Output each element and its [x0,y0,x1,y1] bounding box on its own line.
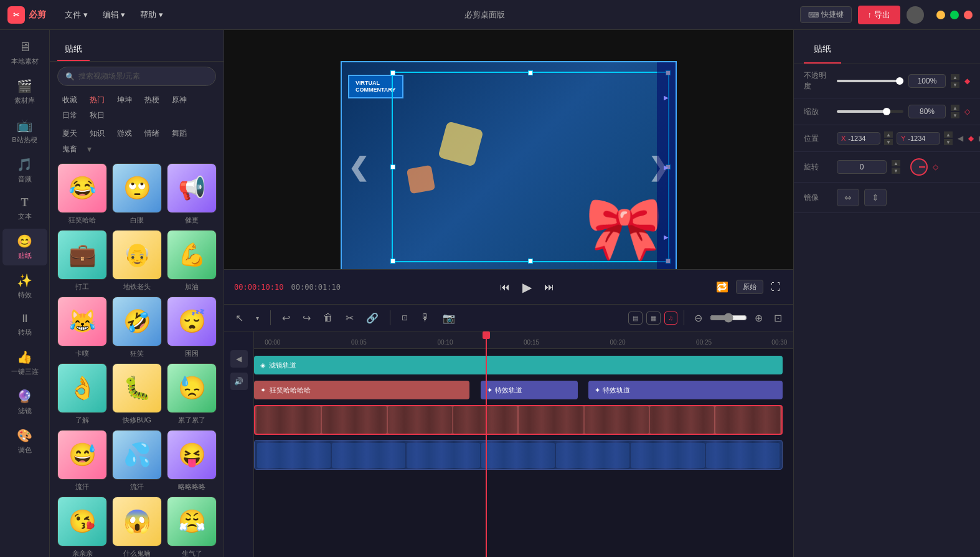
camera-button[interactable]: 📷 [439,310,459,326]
sticker-item-16[interactable]: 😱 什么鬼喃 [112,497,162,557]
mirror-horizontal-btn[interactable]: ⇔ [837,189,859,206]
tag-autumn[interactable]: 秋日 [85,109,110,122]
next-frame-button[interactable]: ⏭ [542,279,557,295]
sticker-item-17[interactable]: 😤 生气了 [167,497,217,557]
sticker-item-12[interactable]: 😅 流汗 [57,430,107,492]
opacity-keyframe[interactable]: ◆ [964,77,970,85]
menu-file[interactable]: 文件 ▾ [59,7,94,23]
position-keyframe[interactable]: ◆ [968,134,974,143]
sidebar-item-color[interactable]: 🎨 调色 [2,423,47,460]
track-view-btn-3[interactable]: ♫ [664,312,678,325]
link-button[interactable]: 🔗 [362,310,382,326]
sidebar-item-effects[interactable]: ✨ 特效 [2,268,47,305]
clip-main-video[interactable] [254,405,783,435]
original-btn[interactable]: 原始 [736,280,763,294]
handle-tc[interactable] [528,70,533,75]
rotation-dial[interactable] [910,158,928,176]
user-avatar[interactable] [907,6,924,24]
play-button[interactable]: ▶ [520,277,534,297]
pos-x-up[interactable]: ▲ [884,131,893,138]
scale-slider[interactable] [837,110,903,113]
opacity-slider-thumb[interactable] [896,77,903,85]
zoom-slider[interactable] [710,313,747,323]
undo-button[interactable]: ↩ [278,310,294,326]
select-tool-button[interactable]: ↖ [232,310,247,326]
cut-button[interactable]: ✂ [342,310,357,326]
opacity-step-up[interactable]: ▲ [951,74,959,80]
tag-ghost[interactable]: 鬼畜 [57,143,82,156]
sidebar-item-bilibili[interactable]: 📺 B站热梗 [2,113,47,150]
tag-daily[interactable]: 日常 [57,109,82,122]
tag-game[interactable]: 游戏 [112,127,137,140]
handle-ml[interactable] [390,164,395,169]
clip-audio[interactable] [254,440,783,470]
gutter-btn-audio[interactable]: 🔊 [230,373,248,390]
sidebar-item-text[interactable]: T 文本 [2,191,47,226]
shortcut-button[interactable]: ⌨ 快捷键 [800,6,852,23]
tag-more-btn[interactable]: ▾ [85,143,94,156]
prev-frame-button[interactable]: ⏮ [497,279,512,295]
sticker-item-15[interactable]: 😘 亲亲亲 [57,497,107,557]
search-box[interactable]: 🔍 搜索视频场景/元素 [57,67,216,86]
rotation-step-up[interactable]: ▲ [892,160,900,166]
pos-y-up[interactable]: ▲ [944,131,953,138]
fit-button[interactable]: ⊡ [770,310,786,326]
clip-effect-1[interactable]: ✦ 狂笑哈哈哈哈 [254,381,469,399]
export-button[interactable]: ↑ 导出 [858,6,901,24]
track-view-btn-2[interactable]: ▦ [646,312,661,325]
zoom-out-button[interactable]: ⊖ [690,310,706,326]
sticker-item-9[interactable]: 👌 了解 [57,363,107,425]
rotation-keyframe[interactable]: ◇ [933,163,938,171]
scale-keyframe[interactable]: ◇ [964,107,970,116]
fullscreen-button[interactable]: ⛶ [768,279,783,295]
sticker-item-11[interactable]: 😓 累了累了 [167,363,217,425]
sidebar-item-filter[interactable]: 🔮 滤镜 [2,384,47,421]
scale-step-down[interactable]: ▼ [951,112,959,118]
tag-hot[interactable]: 热门 [85,93,110,107]
track-view-btn-1[interactable]: ▤ [628,312,643,325]
close-button[interactable] [964,11,973,19]
clip-effect-3[interactable]: ✦ 特效轨道 [588,381,783,399]
opacity-slider[interactable] [837,80,903,82]
sticker-item-10[interactable]: 🐛 快修BUG [112,363,162,425]
menu-edit[interactable]: 编辑 ▾ [97,7,132,23]
tag-dance[interactable]: 舞蹈 [167,127,192,140]
sidebar-item-transition[interactable]: ⏸ 转场 [2,307,47,342]
sticker-item-5[interactable]: 💪 加油 [167,230,217,292]
sticker-item-4[interactable]: 👴 地铁老头 [112,230,162,292]
tag-hot2[interactable]: 热梗 [139,93,164,107]
rotation-step-down[interactable]: ▼ [892,168,900,174]
tag-kunkun[interactable]: 坤坤 [112,93,137,107]
prev-arrow[interactable]: ❮ [348,153,369,181]
tag-knowledge[interactable]: 知识 [85,127,110,140]
sticker-item-1[interactable]: 🙄 白眼 [112,163,162,225]
handle-bc[interactable] [528,259,533,264]
tag-summer[interactable]: 夏天 [57,127,82,140]
mic-button[interactable]: 🎙 [417,310,434,326]
zoom-in-button[interactable]: ⊕ [751,310,766,326]
sidebar-item-audio[interactable]: 🎵 音频 [2,152,47,189]
opacity-step-down[interactable]: ▼ [951,82,959,88]
sidebar-item-onekey[interactable]: 👍 一键三连 [2,345,47,381]
position-y-input[interactable]: Y -1234 [897,132,940,145]
scale-slider-thumb[interactable] [883,108,890,115]
snap-button[interactable]: ⊡ [398,311,412,325]
minimize-button[interactable] [936,11,945,19]
maximize-button[interactable] [950,11,959,19]
clip-effect-2[interactable]: ✦ 特效轨道 [481,381,578,399]
redo-button[interactable]: ↪ [299,310,314,326]
sticker-item-14[interactable]: 😝 略略略略 [167,430,217,492]
delete-button[interactable]: 🗑 [319,310,337,326]
pos-x-down[interactable]: ▼ [884,139,893,145]
clip-filter[interactable]: ◈ 滤镜轨道 [254,356,783,374]
tag-yuanshen[interactable]: 原神 [167,93,192,107]
menu-help[interactable]: 帮助 ▾ [134,7,169,23]
sticker-item-13[interactable]: 💦 流汗 [112,430,162,492]
tag-emotion[interactable]: 情绪 [139,127,164,140]
pos-y-down[interactable]: ▼ [944,139,953,145]
handle-bl[interactable] [390,259,395,264]
sticker-item-2[interactable]: 📢 催更 [167,163,217,225]
position-prev-btn[interactable]: ◀ [958,134,963,143]
sticker-item-0[interactable]: 😂 狂笑哈哈 [57,163,107,225]
loop-button[interactable]: 🔁 [714,278,731,295]
